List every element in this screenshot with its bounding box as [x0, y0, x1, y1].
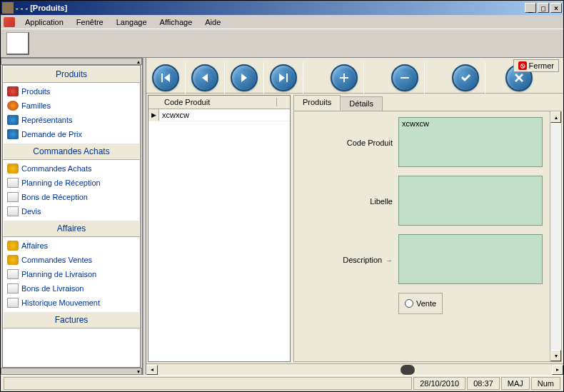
- menu-app-icon: [4, 17, 15, 27]
- arrow-right-icon: →: [383, 256, 393, 264]
- sidebar-item-label: Affaires: [21, 241, 48, 250]
- titlebar: - - - [Produits] _ □ ×: [1, 1, 563, 15]
- tab-strip: Produits Détails: [293, 95, 562, 111]
- detail-panel: Produits Détails Code Produit xcwxcw Lib…: [293, 95, 562, 362]
- last-record-button[interactable]: [270, 64, 297, 91]
- document-icon[interactable]: [6, 32, 29, 55]
- scroll-up-icon[interactable]: ▴: [550, 111, 561, 123]
- document-icon-area: [1, 29, 563, 58]
- scroll-right-icon[interactable]: ▸: [552, 365, 563, 375]
- sidebar-item-demande-prix[interactable]: Demande de Prix: [3, 127, 140, 141]
- sidebar-header-produits[interactable]: Produits: [3, 66, 140, 83]
- status-message: [4, 377, 412, 390]
- planning-livraison-icon: [7, 269, 19, 279]
- scroll-thumb[interactable]: [401, 365, 415, 375]
- menu-aide[interactable]: Aide: [199, 16, 226, 28]
- status-num: Num: [531, 377, 560, 390]
- menu-application[interactable]: Application: [19, 16, 69, 28]
- planning-reception-icon: [7, 178, 19, 188]
- sidebar-item-commandes-achats[interactable]: Commandes Achats: [3, 161, 140, 176]
- sidebar-item-label: Familles: [21, 101, 51, 110]
- label-description: Description →: [300, 234, 393, 264]
- radio-label: Vente: [416, 299, 436, 308]
- status-maj: MAJ: [501, 377, 530, 390]
- sidebar-item-label: Représentants: [21, 116, 73, 124]
- field-description[interactable]: [398, 234, 543, 284]
- save-record-button[interactable]: [452, 64, 479, 91]
- next-record-button[interactable]: [231, 64, 258, 91]
- sidebar-header-factures[interactable]: Factures: [3, 311, 140, 328]
- sidebar-item-label: Planning de Livraison: [21, 270, 96, 278]
- first-record-button[interactable]: [152, 64, 179, 91]
- sidebar-header-affaires[interactable]: Affaires: [3, 220, 140, 237]
- radio-vente[interactable]: Vente: [405, 299, 436, 308]
- affaires-icon: [7, 241, 19, 251]
- bons-reception-icon: [7, 192, 19, 202]
- statusbar: 28/10/2010 08:37 MAJ Num: [1, 375, 563, 391]
- bons-livraison-icon: [7, 283, 19, 293]
- delete-record-button[interactable]: [391, 64, 418, 91]
- commandes-ventes-icon: [7, 255, 19, 265]
- sidebar-header-commandes-achats[interactable]: Commandes Achats: [3, 143, 140, 160]
- sidebar-item-label: Devis: [21, 207, 41, 216]
- tab-content: Code Produit xcwxcw Libelle Description …: [293, 111, 562, 362]
- sidebar-item-produits[interactable]: Produits: [3, 84, 140, 99]
- radio-icon: [405, 299, 413, 308]
- add-record-button[interactable]: [331, 64, 358, 91]
- close-window-button[interactable]: ×: [550, 3, 562, 13]
- menu-langage[interactable]: Langage: [111, 16, 153, 28]
- scroll-down-icon[interactable]: ▾: [550, 350, 561, 361]
- field-libelle[interactable]: [398, 176, 543, 226]
- radio-group: Vente: [398, 293, 443, 314]
- commandes-achats-icon: [7, 164, 19, 174]
- label-code-produit: Code Produit: [300, 117, 393, 147]
- representants-icon: [7, 115, 19, 125]
- sidebar-item-familles[interactable]: Familles: [3, 99, 140, 113]
- minimize-button[interactable]: _: [525, 3, 536, 13]
- horizontal-scrollbar[interactable]: ◂ ▸: [146, 363, 563, 375]
- content-area: ⦸ Fermer: [146, 58, 563, 375]
- produits-icon: [7, 86, 19, 96]
- sidebar-item-bons-livraison[interactable]: Bons de Livraison: [3, 281, 140, 296]
- sidebar-item-planning-reception[interactable]: Planning de Réception: [3, 176, 140, 190]
- close-icon: ⦸: [518, 61, 527, 70]
- grid-header: Code Produit: [148, 96, 290, 109]
- navigation-toolbar: [146, 58, 563, 94]
- maximize-button[interactable]: □: [538, 3, 549, 13]
- grid-row[interactable]: ▶ xcwxcw: [148, 109, 290, 121]
- sidebar-item-affaires[interactable]: Affaires: [3, 238, 140, 253]
- sidebar-item-label: Demande de Prix: [21, 130, 82, 139]
- menu-affichage[interactable]: Affichage: [154, 16, 198, 28]
- sidebar: Produits Produits Familles Représentants…: [2, 65, 141, 368]
- demande-prix-icon: [7, 129, 19, 139]
- prev-record-button[interactable]: [191, 64, 218, 91]
- grid-column-code-produit[interactable]: Code Produit: [161, 98, 277, 106]
- sidebar-scroll-up[interactable]: ▴: [1, 58, 142, 65]
- sidebar-item-historique-mouvement[interactable]: Historique Mouvement: [3, 296, 140, 310]
- menu-fenetre[interactable]: Fenêtre: [71, 16, 109, 28]
- tab-details[interactable]: Détails: [340, 96, 383, 111]
- fermer-label: Fermer: [529, 61, 554, 70]
- sidebar-item-label: Planning de Réception: [21, 179, 101, 187]
- tab-produits[interactable]: Produits: [293, 95, 341, 111]
- sidebar-item-devis[interactable]: Devis: [3, 204, 140, 218]
- sidebar-item-representants[interactable]: Représentants: [3, 113, 140, 127]
- sidebar-panel: ▴ Produits Produits Familles Représentan…: [1, 58, 143, 375]
- menubar: Application Fenêtre Langage Affichage Ai…: [1, 15, 563, 29]
- status-date: 28/10/2010: [413, 377, 465, 390]
- row-indicator-icon: ▶: [148, 109, 159, 121]
- sidebar-item-bons-reception[interactable]: Bons de Réception: [3, 190, 140, 204]
- vertical-scrollbar[interactable]: ▴ ▾: [550, 111, 561, 361]
- scroll-left-icon[interactable]: ◂: [146, 365, 158, 375]
- grid-cell: xcwxcw: [159, 109, 290, 121]
- app-icon: [2, 2, 14, 14]
- sidebar-item-label: Bons de Réception: [21, 193, 88, 201]
- sidebar-scroll-down[interactable]: ▾: [1, 368, 142, 375]
- fermer-button[interactable]: ⦸ Fermer: [513, 59, 559, 72]
- sidebar-item-label: Historique Mouvement: [21, 298, 100, 307]
- sidebar-item-planning-livraison[interactable]: Planning de Livraison: [3, 267, 140, 281]
- field-code-produit[interactable]: xcwxcw: [398, 117, 543, 167]
- sidebar-item-commandes-ventes[interactable]: Commandes Ventes: [3, 253, 140, 267]
- sidebar-item-label: Commandes Achats: [21, 164, 91, 173]
- sidebar-item-label: Bons de Livraison: [21, 284, 84, 293]
